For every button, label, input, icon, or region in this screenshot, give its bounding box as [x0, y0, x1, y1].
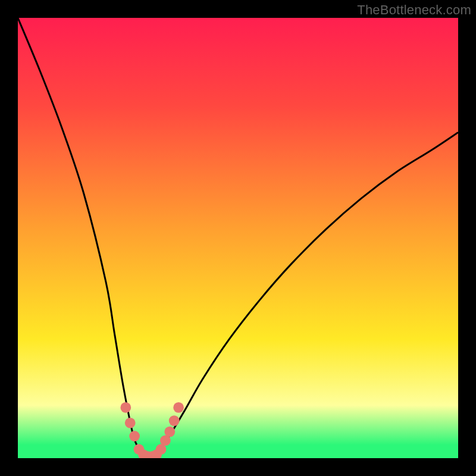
watermark-text: TheBottleneck.com [357, 2, 471, 18]
chart-frame: TheBottleneck.com [0, 0, 476, 476]
curve-marker [129, 431, 140, 441]
curve-marker [120, 402, 131, 413]
curve-marker [125, 418, 136, 428]
plot-area [18, 18, 458, 458]
curve-marker [164, 427, 175, 437]
bottleneck-curve [18, 18, 458, 458]
curve-marker [173, 402, 184, 413]
curve-marker [169, 415, 180, 426]
